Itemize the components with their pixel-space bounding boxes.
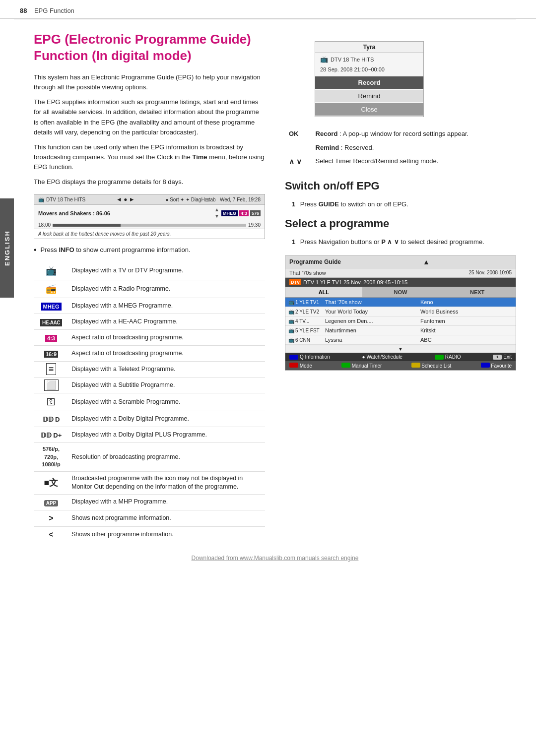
paragraph-1: This system has an Electronic Programme …	[34, 72, 265, 92]
epg-middle: Movers and Shakers : 86-06 ▲ ▼ MHEG 4:3 …	[34, 205, 265, 221]
popup-channel-name: DTV 18 The HITS	[331, 57, 374, 63]
icon-row-arrow-down: < Shows other programme information.	[34, 527, 265, 543]
switch-epg-title: Switch on/off EPG	[285, 180, 516, 192]
arrow-right-icon: >	[49, 514, 53, 522]
nav-up[interactable]: ▲	[214, 207, 219, 213]
tab-next[interactable]: NEXT	[439, 287, 516, 297]
arrow-down-icon: <	[49, 530, 53, 539]
time-progress-bar	[53, 224, 246, 227]
icon-tv-desc: Displayed with a TV or DTV Programme.	[68, 262, 265, 280]
nav-down[interactable]: ▼	[214, 213, 219, 219]
resolution-icon: 576i/p,720p,1080i/p	[37, 445, 66, 468]
pg-bottom-bar-1: Q Information ● Watch/Schedule RADIO 1 E…	[285, 353, 516, 361]
pg-exit-btn: 1 Exit	[493, 354, 512, 360]
select-programme-title: Select a programme	[285, 217, 516, 230]
pg-watch-dot: ●	[362, 354, 365, 360]
pg-row-6: 📺 6 CNN Lyssna ABC	[285, 335, 516, 345]
info-bullet-text: Press INFO to show current programme inf…	[41, 245, 191, 255]
right-column: Tyra 📺 DTV 18 The HITS 28 Sep. 2008 21:0…	[275, 19, 516, 547]
pg-radio-label: RADIO	[445, 354, 461, 360]
ch-num-6: 📺 6 CNN	[288, 337, 322, 343]
icon-resolution-cell: 576i/p,720p,1080i/p	[34, 443, 68, 471]
icon-subtitle-desc: Displayed with a Subtitle Programme.	[68, 377, 265, 393]
prog-next-5: Kritskt	[420, 327, 513, 333]
teletext-icon: ≡	[46, 363, 57, 375]
num-badge: 576	[250, 210, 261, 216]
prog-now-4: Legenen om Den....	[325, 318, 417, 324]
prog-next-2: World Business	[420, 309, 513, 315]
icon-mheg-desc: Displayed with a MHEG Programme.	[68, 298, 265, 314]
ok-row-record: OK Record : A pop-up window for record s…	[285, 127, 516, 141]
icon-row-heaac: HE-AAC Displayed with a HE-AAC Programme…	[34, 314, 265, 329]
time-end: 19:30	[248, 222, 261, 228]
pg-rows: 📺 1 YLE TV1 That '70s show Keno 📺 2 YLE …	[285, 298, 516, 345]
icon-dolby-plus-desc: Displayed with a Dolby Digital PLUS Prog…	[68, 427, 265, 443]
icon-heaac-desc: Displayed with a HE-AAC Programme.	[68, 314, 265, 329]
icon-scramble-desc: Displayed with a Scramble Programme.	[68, 393, 265, 411]
epg-programme: Movers and Shakers : 86-06	[38, 210, 212, 216]
pg-up-arrow: ▲	[423, 258, 430, 266]
ch-num-2: 📺 2 YLE TV2	[288, 309, 322, 315]
pg-channel-badge: DTV	[289, 279, 301, 285]
tv-icon: 📺	[38, 197, 44, 202]
main-content: EPG (Electronic Programme Guide) Functio…	[14, 19, 536, 547]
paragraph-2: The EPG supplies information such as pro…	[34, 97, 265, 137]
mheg-badge: MHEG	[221, 210, 238, 216]
popup-record-btn[interactable]: Record	[315, 76, 423, 89]
app-icon: APP	[44, 500, 59, 506]
programme-guide-screenshot: Programme Guide ▲ That '70s show 25 Nov.…	[285, 255, 516, 371]
tv-icon: 📺	[46, 266, 57, 276]
popup-remind-btn[interactable]: Remind	[315, 90, 423, 102]
blue-btn-icon	[289, 355, 298, 360]
pg-watch-label: Watch/Schedule	[366, 354, 402, 360]
ch-icon-4: 📺	[288, 318, 294, 324]
pg-show-bar: That '70s show 25 Nov. 2008 10:05	[285, 268, 516, 278]
footer: Downloaded from www.Manualslib.com manua…	[14, 547, 536, 566]
pg-top-bar: Programme Guide ▲	[285, 256, 516, 268]
icon-row-resolution: 576i/p,720p,1080i/p Resolution of broadc…	[34, 443, 265, 471]
yellow-btn-icon	[411, 363, 420, 368]
ok-row-remind: Remind : Reserved.	[285, 141, 516, 155]
popup-title: Tyra	[315, 42, 423, 53]
pg-schedule-list-btn: Schedule List	[411, 363, 452, 369]
epg-description: A look back at the hottest dance moves o…	[34, 229, 265, 239]
icon-monitor-out-desc: Broadcasted programme with the icon may …	[68, 471, 265, 494]
icon-resolution-desc: Resolution of broadcasting programme.	[68, 443, 265, 471]
pg-bottom-bar-2: Mode Manual Timer Schedule List Favourit…	[285, 361, 516, 370]
ch-icon-1: 📺	[288, 300, 294, 305]
icon-row-mheg: MHEG Displayed with a MHEG Programme.	[34, 298, 265, 314]
pg-watch-btn: ● Watch/Schedule	[362, 354, 402, 360]
bullet-dot-icon: •	[34, 245, 37, 254]
tab-now[interactable]: NOW	[362, 287, 439, 297]
pg-row-2: 📺 2 YLE TV2 Your World Today World Busin…	[285, 307, 516, 316]
tab-all[interactable]: ALL	[285, 287, 362, 297]
icon-app-cell: APP	[34, 494, 68, 510]
icon-row-monitor-out: ■文 Broadcasted programme with the icon m…	[34, 471, 265, 494]
icon-monitor-out-cell: ■文	[34, 471, 68, 494]
page-title: EPG (Electronic Programme Guide) Functio…	[34, 31, 265, 63]
ch-icon-2: 📺	[288, 309, 294, 315]
pg-schedule-label: Schedule List	[421, 363, 451, 369]
pg-channel-bar: DTV DTV 1 YLE TV1 25 Nov. 2008 09:45~10:…	[285, 278, 516, 287]
icon-row-radio: 📻 Displayed with a Radio Programme.	[34, 280, 265, 298]
popup-date: 28 Sep. 2008 21:00~00:00	[315, 65, 423, 75]
icon-row-subtitle: ⬜ Displayed with a Subtitle Programme.	[34, 377, 265, 393]
epg-nav-arrows: ◄ ● ►	[116, 196, 135, 203]
epg-channel-name: DTV 18 The HITS	[46, 197, 85, 202]
pg-info-label: Q Information	[300, 354, 330, 360]
radio-icon: 📻	[46, 284, 57, 294]
sidebar-label: ENGLISH	[3, 230, 11, 266]
popup-box: Tyra 📺 DTV 18 The HITS 28 Sep. 2008 21:0…	[315, 41, 424, 117]
ch-num-4: 📺 4 TV...	[288, 318, 322, 324]
paragraph-4: The EPG displays the programme details f…	[34, 177, 265, 187]
icon-row-tv: 📺 Displayed with a TV or DTV Programme.	[34, 262, 265, 280]
icon-row-app: APP Displayed with a MHP Programme.	[34, 494, 265, 510]
pg-row-1: 📺 1 YLE TV1 That '70s show Keno	[285, 298, 516, 307]
popup-close-btn[interactable]: Close	[315, 103, 423, 116]
dolby-plus-icon: 𝔻𝔻 D+	[41, 432, 62, 439]
monitor-out-icon: ■文	[44, 478, 59, 488]
heaac-badge-icon: HE-AAC	[40, 319, 62, 326]
icon-scramble-cell: ⚿	[34, 393, 68, 411]
icon-row-169: 16:9 Aspect ratio of broadcasting progra…	[34, 345, 265, 361]
icon-row-43: 4:3 Aspect ratio of broadcasting program…	[34, 329, 265, 345]
